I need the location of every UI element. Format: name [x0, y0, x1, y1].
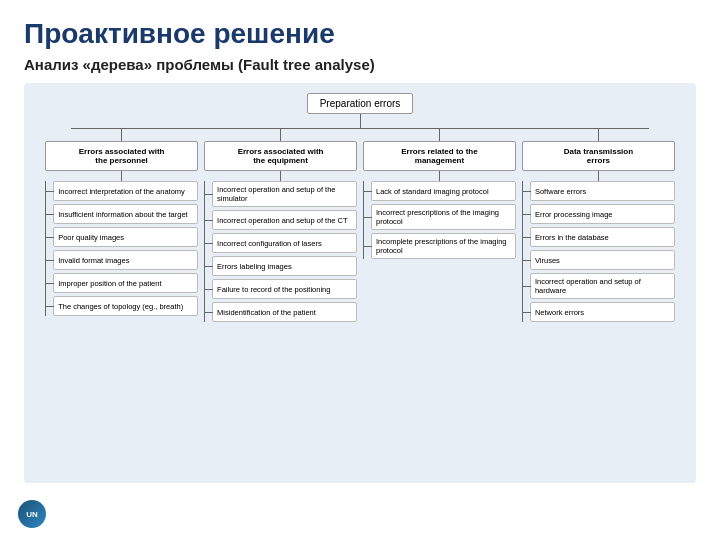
branch-equipment: Errors associated withthe equipment Inco…: [204, 129, 357, 322]
list-item: Software errors: [530, 181, 675, 201]
list-item: Insufficient information about the targe…: [53, 204, 198, 224]
slide: Проактивное решение Анализ «дерева» проб…: [0, 0, 720, 540]
branch-box-data: Data transmissionerrors: [522, 141, 675, 171]
list-item: Incorrect operation and setup of the CT: [212, 210, 357, 230]
sub-items-personnel: Incorrect interpretation of the anatomy …: [45, 181, 198, 316]
branch-management: Errors related to themanagement Lack of …: [363, 129, 516, 322]
subtitle-prefix: Анализ «дерева» проблемы: [24, 56, 238, 73]
branch-box-equipment: Errors associated withthe equipment: [204, 141, 357, 171]
list-item: Improper position of the patient: [53, 273, 198, 293]
diagram-area: Preparation errors Errors associated wit…: [24, 83, 696, 483]
root-box: Preparation errors: [307, 93, 414, 114]
root-connector: [360, 114, 361, 128]
list-item: Viruses: [530, 250, 675, 270]
list-item: Network errors: [530, 302, 675, 322]
list-item: Incorrect interpretation of the anatomy: [53, 181, 198, 201]
list-item: Error processing image: [530, 204, 675, 224]
branch-row: Errors associated withthe personnel Inco…: [45, 129, 675, 322]
list-item: Incorrect configuration of lasers: [212, 233, 357, 253]
branch-data-transmission: Data transmissionerrors Software errors …: [522, 129, 675, 322]
slide-title: Проактивное решение: [24, 18, 696, 50]
list-item: Invalid format images: [53, 250, 198, 270]
list-item: The changes of topology (eg., breath): [53, 296, 198, 316]
subtitle-highlight: (Fault tree analyse): [238, 56, 375, 73]
list-item: Errors labeling images: [212, 256, 357, 276]
list-item: Misidentification of the patient: [212, 302, 357, 322]
list-item: Incomplete prescriptions of the imaging …: [371, 233, 516, 259]
list-item: Incorrect prescriptions of the imaging p…: [371, 204, 516, 230]
sub-items-management: Lack of standard imaging protocol Incorr…: [363, 181, 516, 259]
list-item: Errors in the database: [530, 227, 675, 247]
list-item: Lack of standard imaging protocol: [371, 181, 516, 201]
sub-items-equipment: Incorrect operation and setup of the sim…: [204, 181, 357, 322]
list-item: Failure to record of the positioning: [212, 279, 357, 299]
list-item: Poor quality images: [53, 227, 198, 247]
branch-box-personnel: Errors associated withthe personnel: [45, 141, 198, 171]
logo: UN: [18, 500, 50, 532]
branch-personnel: Errors associated withthe personnel Inco…: [45, 129, 198, 322]
sub-items-data: Software errors Error processing image E…: [522, 181, 675, 322]
slide-subtitle: Анализ «дерева» проблемы (Fault tree ana…: [24, 56, 696, 73]
branch-box-management: Errors related to themanagement: [363, 141, 516, 171]
horizontal-line: [71, 128, 648, 129]
list-item: Incorrect operation and setup of hardwar…: [530, 273, 675, 299]
list-item: Incorrect operation and setup of the sim…: [212, 181, 357, 207]
